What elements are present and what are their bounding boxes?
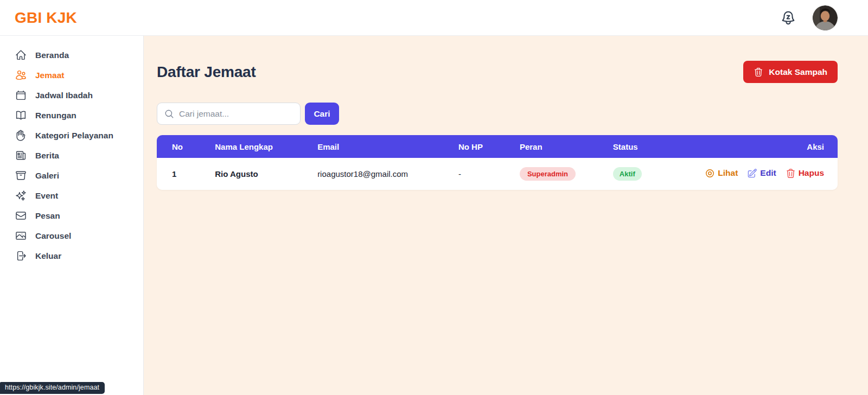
sidebar-item-pesan[interactable]: Pesan bbox=[0, 206, 143, 226]
envelope-icon bbox=[15, 210, 27, 221]
search-row: Cari bbox=[157, 103, 838, 125]
col-header-email: Email bbox=[317, 135, 458, 158]
sidebar-item-galeri[interactable]: Galeri bbox=[0, 165, 143, 186]
content-head: Daftar Jemaat Kotak Sampah bbox=[157, 61, 838, 83]
sidebar-item-carousel[interactable]: Carousel bbox=[0, 226, 143, 246]
page-title: Daftar Jemaat bbox=[157, 63, 256, 81]
home-icon bbox=[15, 49, 27, 61]
cell-email: rioagustor18@gmail.com bbox=[317, 158, 458, 190]
sidebar-item-label: Renungan bbox=[35, 110, 76, 121]
cell-role: Superadmin bbox=[520, 158, 613, 190]
cell-name: Rio Agusto bbox=[215, 158, 317, 190]
sidebar-item-kategori-pelayanan[interactable]: Kategori Pelayanan bbox=[0, 125, 143, 145]
sidebar-item-label: Event bbox=[35, 190, 58, 201]
search-icon bbox=[164, 109, 174, 119]
kotak-sampah-label: Kotak Sampah bbox=[769, 67, 827, 77]
cari-button[interactable]: Cari bbox=[305, 103, 339, 125]
col-header-no: No bbox=[157, 135, 215, 158]
sidebar-item-event[interactable]: Event bbox=[0, 186, 143, 206]
col-header-nama-lengkap: Nama Lengkap bbox=[215, 135, 317, 158]
sidebar-item-keluar[interactable]: Keluar bbox=[0, 246, 143, 266]
topbar-right bbox=[780, 5, 838, 30]
cell-status: Aktif bbox=[613, 158, 705, 190]
col-header-status: Status bbox=[613, 135, 705, 158]
book-open-icon bbox=[15, 110, 27, 121]
eye-icon bbox=[705, 168, 715, 179]
sidebar-item-berita[interactable]: Berita bbox=[0, 145, 143, 165]
col-header-aksi: Aksi bbox=[705, 135, 838, 158]
app-shell: Beranda Jemaat Jadwal Ibadah Renungan Ka… bbox=[0, 36, 868, 395]
col-header-no-hp: No HP bbox=[458, 135, 520, 158]
hand-raised-icon bbox=[15, 130, 27, 141]
lihat-label: Lihat bbox=[718, 168, 738, 178]
table-row: 1 Rio Agusto rioagustor18@gmail.com - Su… bbox=[157, 158, 838, 190]
brand-logo[interactable]: GBI KJK bbox=[15, 9, 77, 27]
sidebar-item-jadwal-ibadah[interactable]: Jadwal Ibadah bbox=[0, 85, 143, 105]
sidebar-item-label: Galeri bbox=[35, 170, 59, 181]
sidebar-item-label: Jemaat bbox=[35, 69, 64, 81]
status-badge: Aktif bbox=[613, 167, 642, 181]
search-input[interactable] bbox=[179, 109, 293, 119]
photo-icon bbox=[15, 230, 27, 241]
col-header-peran: Peran bbox=[520, 135, 613, 158]
edit-label: Edit bbox=[760, 168, 776, 178]
cell-phone: - bbox=[458, 158, 520, 190]
sparkles-icon bbox=[15, 190, 27, 201]
jemaat-table: No Nama Lengkap Email No HP Peran Status… bbox=[157, 135, 838, 190]
sidebar-item-label: Kategori Pelayanan bbox=[35, 130, 113, 141]
top-header: GBI KJK bbox=[0, 0, 868, 36]
calendar-icon bbox=[15, 90, 27, 101]
sidebar-item-label: Carousel bbox=[35, 230, 71, 241]
search-box bbox=[157, 103, 301, 125]
sidebar-item-label: Jadwal Ibadah bbox=[35, 90, 93, 101]
sidebar-item-label: Berita bbox=[35, 150, 59, 161]
cell-no: 1 bbox=[157, 158, 215, 190]
sidebar-item-beranda[interactable]: Beranda bbox=[0, 45, 143, 65]
status-url-tooltip: https://gbikjk.site/admin/jemaat bbox=[0, 382, 105, 394]
table-header-row: No Nama Lengkap Email No HP Peran Status… bbox=[157, 135, 838, 158]
logout-icon bbox=[15, 250, 27, 262]
lihat-action[interactable]: Lihat bbox=[705, 168, 738, 179]
notification-bell-snooze-icon[interactable] bbox=[780, 10, 796, 26]
kotak-sampah-button[interactable]: Kotak Sampah bbox=[743, 61, 838, 83]
sidebar-item-jemaat[interactable]: Jemaat bbox=[0, 65, 143, 85]
edit-action[interactable]: Edit bbox=[747, 168, 776, 179]
hapus-action[interactable]: Hapus bbox=[786, 168, 824, 179]
edit-icon bbox=[747, 168, 757, 179]
sidebar: Beranda Jemaat Jadwal Ibadah Renungan Ka… bbox=[0, 36, 144, 395]
jemaat-table-card: No Nama Lengkap Email No HP Peran Status… bbox=[157, 135, 838, 190]
user-avatar[interactable] bbox=[813, 5, 838, 30]
sidebar-item-label: Keluar bbox=[35, 250, 61, 262]
trash-icon bbox=[786, 168, 796, 179]
role-badge: Superadmin bbox=[520, 167, 576, 181]
sidebar-item-label: Pesan bbox=[35, 210, 60, 221]
users-icon bbox=[15, 69, 27, 81]
archive-box-icon bbox=[15, 170, 27, 181]
trash-icon bbox=[754, 67, 763, 77]
sidebar-item-renungan[interactable]: Renungan bbox=[0, 105, 143, 125]
sidebar-item-label: Beranda bbox=[35, 49, 69, 61]
hapus-label: Hapus bbox=[799, 168, 824, 178]
cell-actions: Lihat Edit Hapus bbox=[705, 158, 838, 190]
main-content: Daftar Jemaat Kotak Sampah Cari bbox=[144, 36, 868, 395]
newspaper-icon bbox=[15, 150, 27, 161]
